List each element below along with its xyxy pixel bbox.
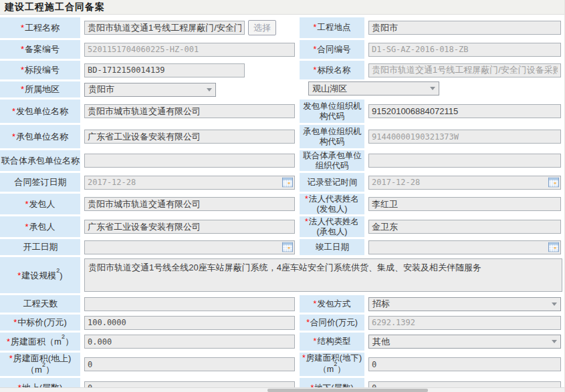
label-contractor-rep: *法人代表姓名(承包人) xyxy=(300,216,364,237)
label-scale: *建设规模2) xyxy=(0,257,80,293)
label-contractor: *承包人 xyxy=(0,216,80,237)
title-bar: 建设工程施工合同备案 xyxy=(0,0,564,15)
contract-form: *工程名称 选择 *工程地点 *备案编号 *合同编号 *标段编号 *标段名称 *… xyxy=(0,17,565,392)
structure-type-select[interactable]: 其他 xyxy=(368,335,561,349)
calendar-icon[interactable] xyxy=(282,178,293,188)
contractor-org-code-input[interactable] xyxy=(368,130,561,144)
row-contractor: *承包人 *法人代表姓名(承包人) xyxy=(0,216,565,237)
label-section-no: *标段编号 xyxy=(0,61,80,79)
label-contractor-unit: *承包单位名称 xyxy=(0,125,80,148)
record-time-input[interactable] xyxy=(368,176,561,190)
calendar-icon[interactable] xyxy=(548,242,559,252)
employer-input[interactable] xyxy=(84,197,295,211)
area-below-input[interactable] xyxy=(368,357,561,371)
employer-rep-input[interactable] xyxy=(368,197,561,211)
row-section-no: *标段编号 *标段名称 xyxy=(0,61,565,79)
label-structure-type: *结构类型 xyxy=(300,333,364,351)
region-city-select[interactable]: 贵阳市 xyxy=(84,83,216,97)
project-days-input[interactable] xyxy=(84,297,295,311)
horizontal-scrollbar[interactable] xyxy=(0,387,565,392)
label-jv-org-code: 联合体承包单位组织代码 xyxy=(300,150,364,171)
contractor-input[interactable] xyxy=(84,220,295,234)
scale-textarea[interactable]: 贵阳市轨道交通1号线全线20座车站屏蔽门系统，4座车站安全门系统供货、集成、安装… xyxy=(84,258,562,292)
row-project-name: *工程名称 选择 *工程地点 xyxy=(0,17,565,38)
row-project-days: 工程天数 *发包方式 招标 xyxy=(0,295,565,313)
row-building-area: *房建面积（m2） *结构类型 其他 xyxy=(0,333,565,351)
page-title: 建设工程施工合同备案 xyxy=(5,1,105,13)
label-area-above: *房建面积(地上)（m2） xyxy=(0,353,80,376)
row-bid-price: *中标价(万元) *合同价(万元) xyxy=(0,315,565,331)
label-jv-name: 联合体承包单位名称 xyxy=(0,150,80,171)
chevron-down-icon xyxy=(548,335,560,348)
section-no-input[interactable] xyxy=(84,63,245,77)
area-above-input[interactable] xyxy=(84,357,295,371)
label-section-name: *标段名称 xyxy=(300,61,364,79)
jv-org-code-input[interactable] xyxy=(368,154,561,168)
sign-date-input[interactable] xyxy=(84,176,295,190)
start-date-input[interactable] xyxy=(84,240,295,254)
row-employer-unit: *发包单位名称 发包单位组织机构代码 xyxy=(0,100,565,123)
employer-unit-input[interactable] xyxy=(84,104,295,118)
label-building-area: *房建面积（m2） xyxy=(0,333,80,351)
label-record-time: 记录登记时间 xyxy=(300,173,364,192)
project-location-input[interactable] xyxy=(368,21,561,35)
row-scale: *建设规模2) 贵阳市轨道交通1号线全线20座车站屏蔽门系统，4座车站安全门系统… xyxy=(0,257,565,293)
contract-filing-page: 建设工程施工合同备案 *工程名称 选择 *工程地点 *备案编号 *合同编号 *标… xyxy=(0,0,565,392)
label-bid-price: *中标价(万元) xyxy=(0,315,80,331)
building-area-input[interactable] xyxy=(84,335,295,349)
label-record-no: *备案编号 xyxy=(0,40,80,59)
row-start-date: 开工日期 竣工日期 xyxy=(0,239,565,255)
award-method-select[interactable]: 招标 xyxy=(368,297,561,311)
chevron-down-icon xyxy=(548,298,560,311)
row-contractor-unit: *承包单位名称 承包单位组织机构代码 xyxy=(0,125,565,148)
calendar-icon[interactable] xyxy=(282,242,293,252)
label-employer: *发包人 xyxy=(0,194,80,214)
label-region: *所属地区 xyxy=(0,81,80,97)
label-area-below: *房建面积(地下)（m2） xyxy=(300,353,364,376)
section-name-input[interactable] xyxy=(368,63,561,77)
contract-no-input[interactable] xyxy=(368,43,561,57)
label-award-method: *发包方式 xyxy=(300,295,364,313)
project-name-input[interactable] xyxy=(84,21,245,35)
contract-price-input[interactable] xyxy=(368,316,561,330)
label-project-name: *工程名称 xyxy=(0,17,80,38)
label-project-days: 工程天数 xyxy=(0,295,80,313)
contractor-rep-input[interactable] xyxy=(368,220,561,234)
bid-price-input[interactable] xyxy=(84,316,295,330)
row-employer: *发包人 *法人代表姓名(发包人) xyxy=(0,194,565,214)
label-start-date: 开工日期 xyxy=(0,239,80,255)
contractor-unit-input[interactable] xyxy=(84,130,295,144)
label-contract-no: *合同编号 xyxy=(300,40,364,59)
record-no-input[interactable] xyxy=(84,43,295,57)
row-jv-name: 联合体承包单位名称 联合体承包单位组织代码 xyxy=(0,150,565,171)
label-employer-org-code: 发包单位组织机构代码 xyxy=(300,100,364,123)
finish-date-input[interactable] xyxy=(368,240,561,254)
scrollbar-thumb[interactable] xyxy=(267,389,428,392)
label-sign-date: 合同签订日期 xyxy=(0,173,80,192)
label-employer-rep: *法人代表姓名(发包人) xyxy=(300,194,364,214)
calendar-icon[interactable] xyxy=(548,178,559,188)
chevron-down-icon xyxy=(203,83,215,96)
label-finish-date: 竣工日期 xyxy=(300,239,364,255)
choose-button[interactable]: 选择 xyxy=(248,20,276,35)
chevron-down-icon xyxy=(427,82,439,95)
row-region: *所属地区 贵阳市 观山湖区 xyxy=(0,81,565,97)
label-contractor-org-code: 承包单位组织机构代码 xyxy=(300,125,364,148)
label-project-location: *工程地点 xyxy=(300,17,364,38)
jv-name-input[interactable] xyxy=(84,154,295,168)
row-area-above: *房建面积(地上)（m2） *房建面积(地下)（m2） xyxy=(0,353,565,376)
employer-org-code-input[interactable] xyxy=(368,104,561,118)
row-sign-date: 合同签订日期 记录登记时间 xyxy=(0,173,565,192)
label-contract-price: *合同价(万元) xyxy=(300,315,364,331)
label-employer-unit: *发包单位名称 xyxy=(0,100,80,123)
region-district-select[interactable]: 观山湖区 xyxy=(308,81,439,95)
row-record-no: *备案编号 *合同编号 xyxy=(0,40,565,59)
